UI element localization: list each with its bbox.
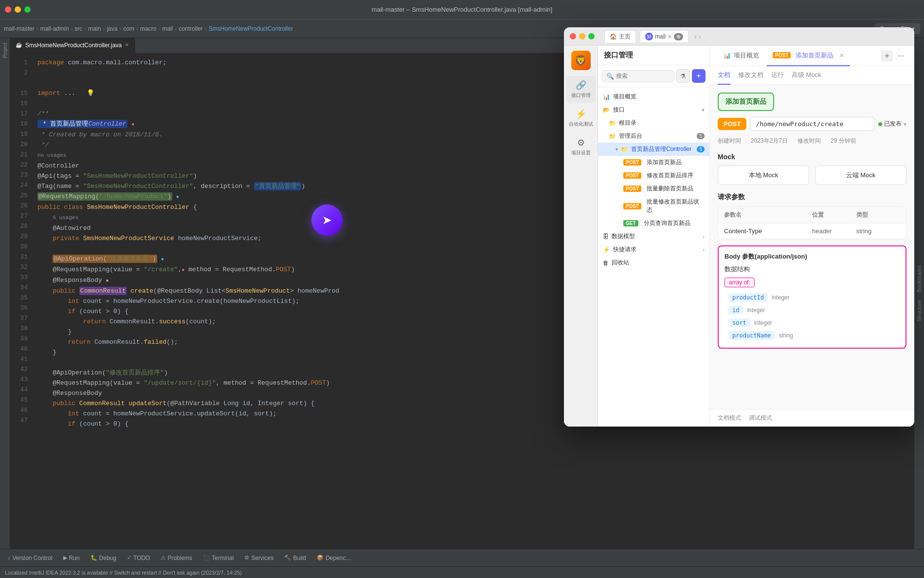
panel-minimize-dot[interactable] [579, 33, 585, 39]
nav-filter-btn[interactable]: ⚗ [676, 69, 690, 83]
params-row-content-type: Content-Type header string [718, 224, 906, 239]
depend-btn[interactable]: 📦 Depenc… [314, 553, 354, 563]
mall-tab-badge: ⊕ [674, 33, 683, 40]
status-label: 已发布 [884, 120, 902, 128]
api-group-icon: 📂 [603, 107, 610, 113]
settings-icon: ⚙ [577, 137, 585, 148]
col-header-type: 类型 [856, 211, 901, 219]
nav-search-row: 🔍 ⚗ + [598, 65, 709, 87]
nav-add-btn[interactable]: + [692, 69, 706, 83]
nav-item-controller[interactable]: ▾ 📁 首页新品管理Controller 5 [598, 143, 709, 156]
breadcrumb-main[interactable]: main [88, 25, 101, 32]
nav-query-label: 分页查询首页新品 [644, 219, 690, 227]
nav-item-api-group[interactable]: 📂 接口 ▾ [598, 103, 709, 116]
nav-item-trash[interactable]: 🗑 回收站 [598, 256, 709, 269]
nav-item-status[interactable]: POST 批量修改首页新品状态 [598, 195, 709, 217]
field-name-productId: productId [728, 293, 768, 302]
mock-row: 本地 Mock 云端 Mock [718, 166, 906, 185]
nav-item-data-model[interactable]: 🗄 数据模型 › [598, 230, 709, 243]
field-type-id: integer [747, 307, 765, 314]
project-label[interactable]: Project [2, 41, 8, 60]
todo-btn[interactable]: ✓ TODO [124, 553, 153, 563]
detail-tab-close[interactable]: ✕ [839, 52, 844, 59]
breadcrumb-mall-master[interactable]: mall-master [4, 25, 35, 32]
problems-btn[interactable]: ⚠ Problems [158, 553, 195, 563]
post-badge-add: POST [623, 159, 641, 166]
run-label: Run [69, 555, 80, 561]
nav-item-query[interactable]: GET 分页查询首页新品 [598, 217, 709, 230]
local-mock-btn[interactable]: 本地 Mock [718, 166, 809, 185]
breadcrumb-java[interactable]: java [107, 25, 117, 32]
editor-tab-main[interactable]: ☕ SmsHomeNewProductController.java ✕ [10, 38, 135, 53]
nav-item-overview[interactable]: 📊 项目概览 [598, 90, 709, 103]
detail-tab-overview[interactable]: 📊 项目概览 [718, 46, 765, 66]
editor-tab-label: SmsHomeNewProductController.java [25, 42, 122, 49]
window-controls[interactable] [5, 6, 31, 13]
schema-mode-tab[interactable]: 文档模式 [718, 414, 741, 422]
params-header: 参数名 位置 类型 [718, 207, 906, 224]
api-panel: 🏠 主页 M mall ✕ ⊕ ‹ › 🦁 [564, 27, 914, 427]
nav-item-sort[interactable]: POST 修改首页新品排序 [598, 169, 709, 182]
detail-more-btn[interactable]: ⋯ [895, 50, 906, 62]
run-btn[interactable]: ▶ Run [60, 553, 83, 563]
debug-icon: 🐛 [91, 555, 97, 561]
fab[interactable]: ➤ [311, 205, 343, 236]
services-btn[interactable]: ⚙ Services [241, 553, 276, 563]
panel-maximize-dot[interactable] [588, 33, 595, 39]
nav-item-delete[interactable]: POST 批量删除首页新品 [598, 182, 709, 195]
terminal-btn[interactable]: ⬛ Terminal [200, 553, 236, 563]
detail-post-badge: POST [773, 52, 791, 58]
subtab-advanced-mock[interactable]: 高级 Mock [792, 66, 821, 85]
nav-item-root[interactable]: 📁 根目录 [598, 116, 709, 130]
maximize-button[interactable] [24, 6, 31, 13]
minimize-button[interactable] [15, 6, 21, 13]
nav-item-admin[interactable]: 📁 管理后台 5 [598, 130, 709, 143]
version-control-btn[interactable]: ↕ Version Control [5, 553, 55, 563]
status-dropdown-icon[interactable]: ▾ [904, 121, 906, 128]
created-label: 创建时间 [718, 137, 741, 145]
post-badge-sort: POST [623, 172, 641, 179]
sidebar-item-api[interactable]: 🔗 接口管理 [566, 76, 596, 103]
editor-tab-close[interactable]: ✕ [125, 42, 129, 48]
post-badge-delete: POST [623, 186, 641, 192]
search-box[interactable]: 🔍 [602, 70, 674, 82]
build-btn[interactable]: 🔨 Build [281, 553, 309, 563]
detail-tab-add-product[interactable]: POST 添加首页新品 ✕ [767, 46, 850, 66]
sidebar-item-autotest[interactable]: ⚡ 自动化测试 [566, 105, 596, 131]
panel-close-dot[interactable] [570, 33, 576, 39]
detail-new-tab-btn[interactable]: + [881, 50, 893, 62]
breadcrumb-macro[interactable]: macro [140, 25, 156, 32]
panel-back-btn[interactable]: ‹ [694, 33, 697, 40]
breadcrumb-mall[interactable]: mall [162, 25, 173, 32]
close-button[interactable] [5, 6, 11, 13]
search-input[interactable] [616, 73, 670, 79]
panel-forward-btn[interactable]: › [699, 33, 701, 40]
structure-tab[interactable]: Structure [915, 296, 924, 326]
panel-tab-home[interactable]: 🏠 主页 [604, 30, 636, 43]
nav-item-add[interactable]: POST 添加首页新品 [598, 156, 709, 169]
body-section: Body 参数(application/json) 数据结构 array of:… [718, 245, 906, 349]
breadcrumb-class[interactable]: SmsHomeNewProductController [209, 25, 293, 32]
created-value: 2023年2月7日 [751, 137, 788, 145]
subtab-edit-doc[interactable]: 修改文档 [738, 66, 763, 85]
subtab-doc[interactable]: 文档 [718, 66, 730, 85]
panel-tab-mall-close[interactable]: ✕ [668, 34, 672, 40]
sidebar-item-settings[interactable]: ⚙ 项目设置 [566, 133, 596, 160]
bookmarks-tab[interactable]: Bookmarks [915, 261, 924, 296]
breadcrumb-com[interactable]: com [123, 25, 134, 32]
debug-mode-tab[interactable]: 调试模式 [749, 414, 772, 422]
breadcrumb-mall-admin[interactable]: mall-admin [40, 25, 69, 32]
nav-item-quick-req[interactable]: ⚡ 快捷请求 › [598, 243, 709, 256]
fab-icon: ➤ [322, 213, 332, 227]
depend-icon: 📦 [317, 555, 324, 561]
debug-btn[interactable]: 🐛 Debug [88, 553, 119, 563]
subtab-run[interactable]: 运行 [771, 66, 784, 85]
cloud-mock-btn[interactable]: 云端 Mock [815, 166, 906, 185]
panel-window-controls[interactable] [570, 33, 595, 39]
breadcrumb-controller[interactable]: controller [179, 25, 202, 32]
api-icon: 🔗 [576, 80, 586, 91]
titlebar: mall-master – SmsHomeNewProductControlle… [0, 0, 924, 19]
controller-badge: 5 [697, 146, 705, 152]
breadcrumb-src[interactable]: src [74, 25, 82, 32]
panel-tab-mall[interactable]: M mall ✕ ⊕ [640, 30, 688, 42]
